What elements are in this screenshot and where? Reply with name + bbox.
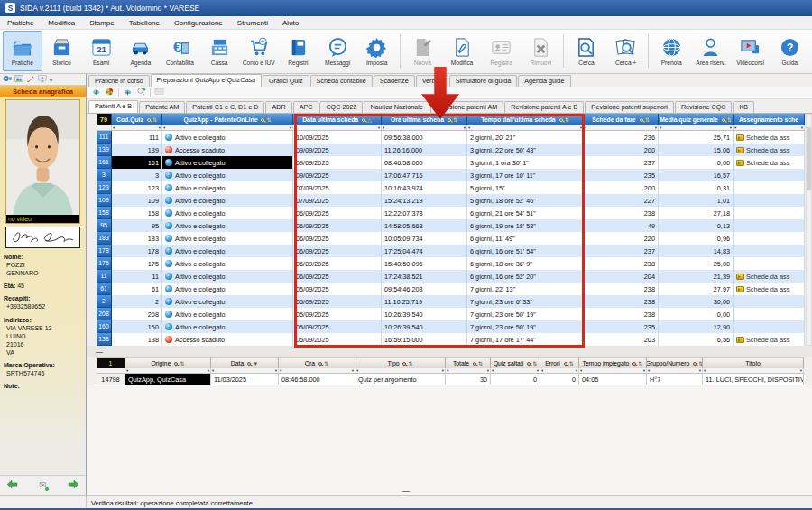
tab[interactable]: Simulatore di guida [449,75,518,87]
table-row[interactable]: 111 111 Attivo e collegato 10/09/2025 09… [97,131,805,144]
table-row[interactable]: 95 95 Attivo e collegato 06/09/2025 14:5… [97,219,805,232]
column-header-schede-da-fare[interactable]: Schede da fare⇅ [584,114,659,125]
toolbar-button[interactable]: Messaggi [318,31,357,71]
menu-item[interactable]: Pratiche [0,18,41,28]
filter-cell[interactable]: ▾▾ [125,368,211,373]
filter-cell[interactable]: ▾▾ [293,125,382,130]
menu-item[interactable]: Configurazione [167,18,230,28]
tab[interactable]: Revisione patenti A e B [504,101,584,113]
horizontal-splitter[interactable]: — [87,346,812,357]
row-number[interactable]: 109 [97,194,112,207]
table-row[interactable]: 11 11 Attivo e collegato 06/09/2025 17:2… [97,270,805,283]
tab[interactable]: Nautica Nazionale [364,101,429,113]
row-number[interactable]: 139 [97,144,112,156]
toolbar-button[interactable]: Nuova [403,31,443,71]
tab[interactable]: CQC 2022 [319,101,363,113]
column-header-ora-ultima[interactable]: Ora ultima scheda⇅ [382,114,467,125]
tab[interactable]: Grafici Quiz [263,75,309,87]
table-row[interactable]: 2 2 Attivo e collegato 05/09/2025 11:10:… [97,295,805,308]
chart-pie-icon[interactable] [105,87,115,98]
column-header-media-quiz[interactable]: Media quiz generale⇅ [659,114,734,125]
column-header-ora[interactable]: Ora⇅ [279,357,355,368]
table-row[interactable]: 183 183 Attivo e collegato 06/09/2025 10… [97,232,805,245]
table-row[interactable]: 161 161 Attivo e collegato 09/09/2025 08… [97,156,805,169]
chevron-down-icon[interactable]: ▾ [50,77,52,83]
row-number[interactable]: 3 [97,169,112,181]
table-row[interactable]: 3 3 Attivo e collegato 09/09/2025 17:06:… [97,169,805,181]
row-number[interactable]: 95 [97,219,112,232]
column-header-data[interactable]: Data▼ [211,357,279,368]
column-header-quiz-saltati[interactable]: Quiz saltati⇅ [491,357,540,368]
signature-pen-icon[interactable] [26,74,35,85]
filter-cell[interactable]: ▾▾ [162,125,293,130]
column-header-data-ultima[interactable]: Data ultima scheda△ [293,114,382,125]
tab[interactable]: Pratiche in corso [88,75,150,87]
row-number[interactable]: 2 [97,295,112,308]
table-row[interactable]: 160 160 Attivo e collegato 05/09/2025 10… [97,320,805,333]
row-number[interactable]: 123 [97,181,112,194]
column-header-totale[interactable]: Totale⇅ [446,357,491,368]
row-number[interactable]: 178 [97,245,112,257]
table-row[interactable]: 123 123 Attivo e collegato 07/09/2025 10… [97,181,805,194]
toolbar-button[interactable]: Imposta [357,31,397,71]
tab[interactable]: Agenda guide [518,75,570,87]
toolbar-button[interactable]: Area riserv. [691,31,731,71]
toolbar-button[interactable]: Registri [279,31,318,71]
photo-icon[interactable] [14,74,23,85]
screen-share-icon[interactable] [38,74,47,85]
toolbar-button[interactable]: Prenota [651,31,691,71]
scrollbar-thumb[interactable] [807,127,811,190]
row-number[interactable]: 160 [97,320,112,333]
filter-cell[interactable]: ▾▾ [112,125,162,130]
toolbar-button[interactable]: Storico [42,31,82,71]
tab[interactable]: Scheda contabile [310,75,373,87]
toolbar-button[interactable]: Registra [482,31,521,71]
tab[interactable]: Revisione patenti superiori [585,101,674,113]
toolbar-button[interactable]: Rimuovi [521,31,561,71]
filter-cell[interactable]: ▾▾ [734,125,805,130]
toolbar-button[interactable]: Pratiche [3,31,42,71]
column-header-tempo[interactable]: Tempo dall'ultima scheda⇅ [467,114,584,125]
filter-cell[interactable]: ▾▾ [467,125,584,130]
send-mail-icon[interactable]: ✉ [39,481,46,490]
webcam-icon[interactable] [3,74,12,85]
row-number[interactable]: 61 [97,283,112,295]
filter-cell[interactable]: ▾▾ [540,368,579,373]
filter-cell[interactable]: ▾▾ [584,125,659,130]
row-number[interactable]: 158 [97,207,112,219]
tab[interactable]: Verbali [416,75,448,87]
menu-item[interactable]: Strumenti [230,18,275,28]
toolbar-button[interactable]: ? Guida [770,31,809,71]
table-row[interactable]: 61 61 Attivo e collegato 05/09/2025 09:5… [97,283,805,295]
tab[interactable]: Patenti C1 e C, D1 e D [186,101,264,113]
vertical-scrollbar[interactable] [806,114,812,346]
tab[interactable]: Revisione CQC [675,101,733,113]
toolbar-button[interactable]: 21 Esami [81,31,121,71]
column-header-tipo[interactable]: Tipo⇅ [355,357,446,368]
filter-cell[interactable]: ▾▾ [446,368,491,373]
table-row[interactable]: 138 138 Accesso scaduto 05/09/2025 16:59… [97,333,805,346]
table-row[interactable]: 175 175 Attivo e collegato 06/09/2025 15… [97,257,805,270]
table-row[interactable]: 158 158 Attivo e collegato 06/09/2025 12… [97,207,805,219]
filter-cell[interactable]: ▾▾ [279,368,355,373]
toolbar-button[interactable]: Cerca + [606,31,646,71]
filter-cell[interactable]: ▾▾ [703,368,804,373]
cloud-add-icon[interactable] [123,87,133,98]
menu-item[interactable]: Aiuto [275,18,306,28]
tab[interactable]: APC [293,101,319,113]
tab[interactable]: ADR [265,101,291,113]
toolbar-button[interactable]: Cassa [199,31,239,71]
table-row[interactable]: 208 208 Attivo e collegato 05/09/2025 10… [97,308,805,320]
table-row[interactable]: 139 139 Accesso scaduto 09/09/2025 11:26… [97,144,805,156]
column-header-cod-quiz[interactable]: Cod.Quiz⇅ [112,114,162,125]
tab[interactable]: Scadenze [374,75,415,87]
row-number[interactable]: 111 [97,131,112,144]
filter-cell[interactable]: ▾▾ [647,368,703,373]
filter-cell[interactable]: ▾▾ [579,368,647,373]
cloud-download-icon[interactable] [91,87,101,98]
row-number[interactable]: 161 [97,156,112,169]
menu-item[interactable]: Tabellone [122,18,167,28]
toolbar-button[interactable]: Agenda [121,31,161,71]
column-header-titolo[interactable]: Titolo [703,357,804,368]
toolbar-button[interactable]: Conto e IUV [239,31,279,71]
